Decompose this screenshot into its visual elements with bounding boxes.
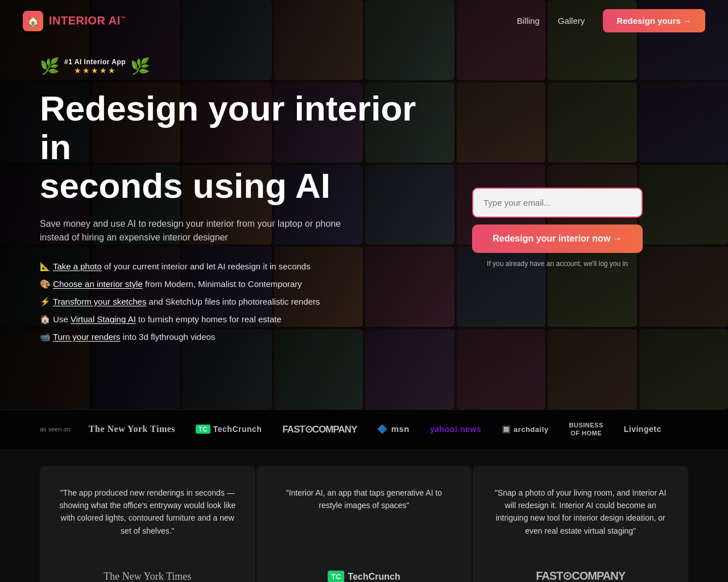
award-center: #1 AI Interior App ★★★★★: [64, 58, 126, 75]
testimonial-logo-3: FAST⊙COMPANY: [536, 569, 625, 582]
hero-right: Redesign your interior now → If you alre…: [472, 57, 643, 375]
press-logo-archdaily: 🔲 archdaily: [502, 425, 548, 434]
cta-footnote: If you already have an account, we'll lo…: [472, 260, 643, 268]
logo[interactable]: 🏠 INTERIOR AI™: [23, 11, 126, 31]
award-stars: ★★★★★: [64, 66, 126, 75]
feature-text-renders: into 3d flythrough videos: [123, 332, 216, 342]
testimonial-text-1: "The app produced new renderings in seco…: [58, 487, 237, 538]
hero-left: 🌿 #1 AI Interior App ★★★★★ 🌿 Redesign yo…: [40, 57, 438, 375]
feature-text-style: from Modern, Minimalist to Contemporary: [145, 279, 302, 289]
feature-text-photo: of your current interior and let AI rede…: [104, 261, 311, 271]
testimonial-card-3: "Snap a photo of your living room, and I…: [473, 466, 688, 582]
feature-item-renders: 📹 Turn your renders into 3d flythrough v…: [40, 331, 438, 343]
hero-heading-line1: Redesign your interior in: [40, 89, 416, 167]
hero-heading: Redesign your interior in seconds using …: [40, 89, 438, 206]
camera-emoji: 📐: [40, 261, 53, 271]
logo-name: INTERIOR AI: [49, 14, 121, 27]
hero-subtext: Save money and use AI to redesign your i…: [40, 217, 370, 244]
gallery-link[interactable]: Gallery: [558, 16, 585, 26]
hero-content: 🌿 #1 AI Interior App ★★★★★ 🌿 Redesign yo…: [0, 0, 728, 409]
hero-heading-line2: seconds using AI: [40, 166, 330, 205]
press-logo-fc: FAST⊙COMPANY: [282, 423, 357, 435]
award-badge: 🌿 #1 AI Interior App ★★★★★ 🌿: [40, 57, 438, 76]
feature-link-photo[interactable]: Take a photo: [53, 261, 102, 271]
testimonial-text-3: "Snap a photo of your living room, and I…: [491, 487, 670, 538]
house-emoji: 🏠: [40, 314, 53, 324]
testimonial-card-1: "The app produced new renderings in seco…: [40, 466, 255, 582]
nav-links: Billing Gallery Redesign yours →: [517, 9, 705, 32]
feature-item-style: 🎨 Choose an interior style from Modern, …: [40, 278, 438, 290]
press-logos: The New York Times TC TechCrunch FAST⊙CO…: [89, 421, 661, 438]
tc-logo-icon: TC: [328, 571, 344, 582]
feature-link-style[interactable]: Choose an interior style: [53, 279, 143, 289]
feature-text-sketches: and SketchUp files into photorealistic r…: [149, 297, 320, 306]
logo-text: INTERIOR AI™: [49, 14, 126, 27]
hero-section: 🌿 #1 AI Interior App ★★★★★ 🌿 Redesign yo…: [0, 0, 728, 409]
press-logo-nyt: The New York Times: [89, 424, 175, 434]
testimonial-logo-2: TC TechCrunch: [328, 571, 400, 582]
press-logo-boh: BUSINESSOF HOME: [569, 421, 603, 438]
fc-logo: FAST⊙COMPANY: [536, 569, 625, 582]
logo-tm: ™: [121, 15, 126, 21]
palette-emoji: 🎨: [40, 279, 53, 289]
laurel-right-icon: 🌿: [130, 57, 150, 76]
feature-link-staging[interactable]: Virtual Staging AI: [71, 314, 136, 324]
press-bar: as seen on The New York Times TC TechCru…: [0, 409, 728, 449]
testimonial-card-2: "Interior AI, an app that taps generativ…: [257, 466, 472, 582]
laurel-left-icon: 🌿: [40, 57, 60, 76]
feature-item-sketches: ⚡ Transform your sketches and SketchUp f…: [40, 296, 438, 307]
redesign-cta-button[interactable]: Redesign your interior now →: [472, 225, 643, 253]
tc-icon: TC: [196, 425, 210, 434]
feature-item-staging: 🏠 Use Virtual Staging AI to furnish empt…: [40, 313, 438, 325]
award-title: #1 AI Interior App: [64, 58, 126, 66]
feature-link-sketches[interactable]: Transform your sketches: [53, 297, 147, 306]
nyt-logo: The New York Times: [104, 571, 191, 582]
tc-text: TechCrunch: [213, 425, 262, 434]
testimonial-logo-1: The New York Times: [104, 571, 191, 582]
feature-item-photo: 📐 Take a photo of your current interior …: [40, 260, 438, 272]
navigation: 🏠 INTERIOR AI™ Billing Gallery Redesign …: [0, 0, 728, 41]
billing-link[interactable]: Billing: [517, 16, 540, 26]
testimonial-text-2: "Interior AI, an app that taps generativ…: [275, 487, 454, 512]
press-as-seen-label: as seen on: [40, 426, 71, 433]
press-logo-livingetc: Livingetc: [624, 425, 661, 434]
tc-logo: TC TechCrunch: [328, 571, 400, 582]
press-logo-tc: TC TechCrunch: [196, 425, 262, 434]
video-emoji: 📹: [40, 332, 53, 342]
feature-link-renders[interactable]: Turn your renders: [53, 332, 121, 342]
testimonials-section: "The app produced new renderings in seco…: [0, 449, 728, 582]
press-logo-yahoo: yahoo! news: [430, 425, 481, 434]
email-input[interactable]: [472, 188, 643, 218]
press-logo-msn: 🔷 msn: [377, 424, 410, 434]
feature-text-staging-prefix: Use: [53, 314, 71, 324]
tc-logo-text: TechCrunch: [348, 572, 400, 582]
cta-card: Redesign your interior now → If you alre…: [472, 188, 643, 268]
lightning-emoji: ⚡: [40, 297, 53, 306]
feature-list: 📐 Take a photo of your current interior …: [40, 260, 438, 343]
logo-icon: 🏠: [23, 11, 43, 31]
nav-cta-button[interactable]: Redesign yours →: [603, 9, 705, 32]
feature-text-staging: to furnish empty homes for real estate: [138, 314, 282, 324]
